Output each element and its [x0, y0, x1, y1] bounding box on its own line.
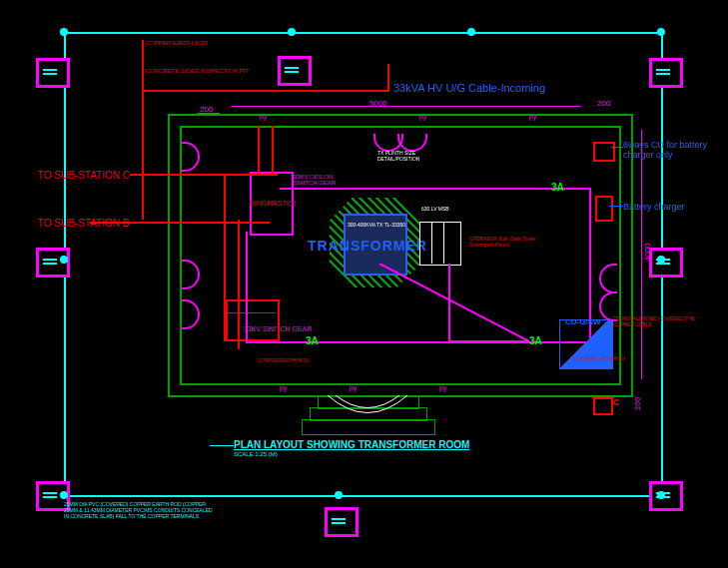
py-label: py	[280, 384, 287, 391]
c-terminal	[593, 397, 613, 415]
py-label: py	[439, 384, 446, 391]
sub-c-line	[130, 174, 278, 176]
dim-line	[641, 130, 642, 379]
amp-label: 3A	[306, 335, 319, 346]
node-dot	[657, 491, 665, 499]
ugsw-label: CU-G/SW	[565, 317, 601, 326]
sixways-label: 6ways CU for battery charger only	[623, 140, 723, 160]
transformer-label: TRANSFORMER	[308, 238, 427, 254]
hv-line	[387, 64, 389, 92]
c-label: C	[613, 397, 620, 407]
switch-gear-label: 33KV OFS ON SWITCH GEAR	[294, 174, 354, 186]
leader	[210, 445, 234, 446]
py-label: py	[419, 113, 426, 120]
py-label: py	[529, 113, 536, 120]
battery-charger-box	[595, 196, 613, 222]
leader	[611, 147, 623, 148]
panel-small	[226, 299, 280, 341]
battery-charger-label: Battery charger	[623, 202, 685, 212]
note-label: 25MM DIA PVC (COVERED) COPPER EARTH ROD …	[64, 501, 214, 519]
tx-plinth-label: TX PLINTH SIZE DETAIL/POSITION	[377, 150, 437, 162]
ctrl-panel-label: OPERATOR Side (Side Tower Switchgear Pan…	[469, 236, 549, 248]
cu-box	[593, 142, 615, 162]
panel-div	[431, 222, 432, 264]
boundary-bottom	[64, 495, 663, 497]
node-dot	[657, 256, 665, 264]
terminal-box	[36, 58, 70, 88]
terminal-box	[649, 481, 683, 511]
copper-rod-label: COPPER EARTH ROD	[258, 357, 310, 363]
dim-line	[232, 106, 581, 107]
node-dot	[60, 28, 68, 36]
bus-label: 630 LV MSB	[421, 206, 449, 212]
boundary-top	[64, 32, 663, 34]
py-label: py	[260, 113, 267, 120]
amp-label: 3A	[529, 335, 542, 346]
node-dot	[60, 256, 68, 264]
door-swing	[318, 395, 417, 435]
circuit-top	[280, 188, 589, 190]
panel-line	[226, 312, 276, 313]
dim-4000: 4000	[643, 244, 652, 262]
hv-line	[142, 90, 387, 92]
dim-200: 200	[633, 397, 642, 410]
terminal-box	[325, 507, 359, 537]
node-dot	[288, 28, 296, 36]
hv-vert	[238, 220, 240, 349]
node-dot	[60, 491, 68, 499]
hv-drop	[258, 126, 260, 174]
sub-c-label: TO SUB-STATION C	[38, 170, 130, 181]
lv-panel	[419, 222, 461, 266]
terminals-label: TERMINALS/FIXED COVERED THE COPPER CABLE	[613, 315, 713, 327]
hv-line	[142, 40, 144, 220]
svg-line-0	[379, 264, 529, 341]
copper-earth-label: COPPER EARTH 8x20	[146, 40, 208, 46]
terminal-box	[649, 248, 683, 278]
circuit-left	[246, 232, 248, 343]
panel-div	[443, 222, 444, 264]
amp-label: 3A	[551, 182, 564, 193]
concrete-insp-label: CONCRETE SIDED INSPECTION PIT	[146, 68, 249, 74]
plan-title: PLAN LAYOUT SHOWING TRANSFORMER ROOM	[234, 439, 469, 450]
ugsw-box	[559, 319, 613, 369]
diag-line	[379, 264, 559, 345]
node-dot	[467, 28, 475, 36]
dim-line	[198, 113, 220, 114]
hv-cable-label: 33kVA HV U/G Cable-Incoming	[393, 82, 545, 94]
leader	[609, 206, 623, 207]
tx-spec: 300-400KVA TX TL-33350	[348, 222, 405, 228]
py-label: py	[350, 384, 357, 391]
terminal-box	[649, 58, 683, 88]
dim-200: 200	[597, 99, 610, 108]
hv-vert	[224, 174, 226, 341]
node-dot	[335, 491, 343, 499]
ringmaster-label: RINGMASTER	[250, 200, 297, 207]
copper-earth-rod-label: COPPER EARTH ROD	[573, 355, 625, 361]
scale-label: SCALE 1:25 (M)	[234, 451, 278, 457]
node-dot	[657, 28, 665, 36]
hv-drop	[272, 126, 274, 174]
sub-b-label: TO SUB-STATION B	[38, 218, 130, 229]
terminal-box	[278, 56, 312, 86]
